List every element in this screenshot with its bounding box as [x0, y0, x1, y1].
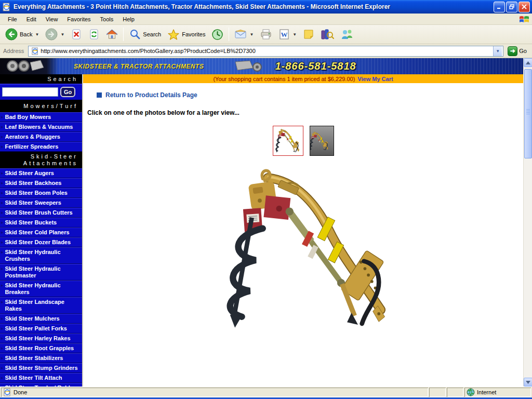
history-button[interactable]	[208, 26, 227, 43]
sidebar-search-input[interactable]	[2, 87, 58, 97]
sidebar-item[interactable]: ▸ Skid Steer Pallet Forks	[0, 324, 82, 334]
minimize-button[interactable]	[494, 2, 505, 12]
back-dropdown-icon[interactable]: ▼	[35, 32, 39, 37]
sidebar-item[interactable]: ▸ Skid Steer Landscape Rakes	[0, 297, 82, 314]
sidebar-item[interactable]: ▸ Skid Steer Cold Planers	[0, 228, 82, 237]
scrollbar-track[interactable]	[524, 67, 532, 378]
cart-message: (Your shopping cart contains 1 item pric…	[213, 76, 355, 82]
sidebar-item[interactable]: ▸ Skid Steer Tracks / Rubber Replacement…	[0, 383, 82, 387]
menu-item[interactable]: Favorites	[62, 15, 95, 24]
research-button[interactable]	[317, 26, 337, 42]
photo-thumbnail-2[interactable]	[310, 126, 334, 156]
address-box[interactable]: ▼	[28, 46, 503, 57]
go-arrow-icon: ➜	[508, 46, 517, 56]
browser-viewport: SKIDSTEER & TRACTOR ATTACHMENTS 1-866-58…	[0, 58, 532, 387]
sidebar-item[interactable]: ▸ Skid Steer Stump Grinders	[0, 363, 82, 373]
search-label: Search	[143, 31, 161, 37]
address-input[interactable]	[41, 48, 493, 54]
forward-dropdown-icon[interactable]: ▼	[60, 32, 64, 37]
sidebar-item[interactable]: ▸ Skid Steer Root Grapples	[0, 343, 82, 353]
ie-page-icon	[31, 47, 39, 55]
sidebar-skidsteer-header: Skid-Steer Attachments	[0, 152, 82, 168]
menu-item[interactable]: Help	[118, 15, 139, 24]
sidebar-item[interactable]: ▸ Skid Steer Stabilizers	[0, 353, 82, 363]
svg-text:W: W	[281, 31, 288, 38]
title-bar: Everything Attachments - 3 Point Hitch A…	[0, 0, 532, 14]
bullet-arrow-icon: ▸	[1, 345, 4, 352]
scrollbar-grip	[526, 109, 530, 114]
favorites-icon	[167, 29, 180, 41]
sidebar-item[interactable]: ▸ Skid Steer Dozer Blades	[0, 237, 82, 247]
bullet-arrow-icon: ▸	[1, 180, 4, 187]
sidebar-item[interactable]: ▸ Skid Steer Hydraulic Crushers	[0, 247, 82, 264]
mail-button[interactable]: ▼	[231, 27, 257, 42]
view-cart-link[interactable]: View My Cart	[357, 76, 393, 82]
bullet-arrow-icon: ▸	[1, 325, 4, 332]
menu-item[interactable]: Edit	[22, 15, 41, 24]
sidebar-item[interactable]: ▸ Skid Steer Sweepers	[0, 198, 82, 208]
back-icon	[5, 28, 18, 41]
scroll-down-button[interactable]	[524, 378, 532, 387]
sidebar-item[interactable]: ▸ Skid Steer Buckets	[0, 218, 82, 228]
phone-number: 1-866-581-5818	[275, 60, 356, 72]
forward-button[interactable]: ▼	[42, 26, 68, 43]
edit-word-button[interactable]: W ▼	[275, 26, 300, 42]
bullet-arrow-icon: ▸	[1, 200, 4, 206]
menu-item[interactable]: View	[41, 15, 63, 24]
sidebar-item[interactable]: ▸ Skid Steer Boom Poles	[0, 188, 82, 198]
stop-button[interactable]	[68, 26, 85, 42]
menu-item[interactable]: Tools	[96, 15, 118, 24]
address-dropdown-icon[interactable]: ▼	[493, 46, 502, 56]
done-page-icon	[3, 388, 11, 396]
close-button[interactable]	[518, 2, 530, 12]
sidebar-item[interactable]: ▸ Skid Steer Hydraulic Postmaster	[0, 264, 82, 281]
messenger-button[interactable]	[337, 26, 357, 42]
return-to-details-link[interactable]: Return to Product Details Page	[105, 91, 197, 99]
sidebar-item[interactable]: ▸ Leaf Blowers & Vacuums	[0, 122, 82, 132]
refresh-button[interactable]	[85, 26, 103, 42]
site-header-banner: SKIDSTEER & TRACTOR ATTACHMENTS 1-866-58…	[0, 58, 523, 74]
menu-item[interactable]: File	[3, 15, 22, 24]
product-photo	[83, 163, 523, 330]
home-button[interactable]	[103, 26, 121, 42]
sidebar-item[interactable]: ▸ Skid Steer Hydraulic Breakers	[0, 281, 82, 297]
scroll-up-button[interactable]	[524, 58, 532, 67]
edit-dropdown-icon[interactable]: ▼	[292, 32, 297, 37]
bullet-arrow-icon: ▸	[1, 190, 4, 196]
security-zone-label: Internet	[477, 389, 496, 395]
sidebar-item[interactable]: ▸ Bad Boy Mowers	[0, 112, 82, 122]
restore-button[interactable]	[506, 2, 517, 12]
bullet-arrow-icon: ▸	[1, 282, 4, 289]
sidebar-item[interactable]: ▸ Skid Steer Augers	[0, 168, 82, 178]
sidebar-item[interactable]: ▸ Skid Steer Brush Cutters	[0, 208, 82, 218]
search-button[interactable]: Search	[126, 26, 164, 43]
stop-icon	[71, 29, 82, 40]
bullet-arrow-icon: ▸	[1, 124, 4, 130]
bullet-arrow-icon: ▸	[1, 375, 4, 381]
photo-thumbnail-1[interactable]	[273, 126, 303, 156]
mail-dropdown-icon[interactable]: ▼	[249, 32, 254, 37]
main-content: (Your shopping cart contains 1 item pric…	[83, 74, 523, 387]
print-button[interactable]	[257, 26, 275, 42]
bullet-arrow-icon: ▸	[1, 335, 4, 342]
sidebar-go-button[interactable]: Go	[60, 87, 75, 97]
back-button[interactable]: Back ▼	[2, 26, 42, 43]
go-button[interactable]: ➜ Go	[506, 45, 530, 57]
discuss-button[interactable]	[300, 26, 317, 42]
sidebar-item[interactable]: ▸ Skid Steer Mulchers	[0, 314, 82, 324]
bullet-arrow-icon: ▸	[1, 239, 4, 246]
scrollbar-thumb[interactable]	[524, 69, 532, 158]
bullet-arrow-icon: ▸	[1, 209, 4, 216]
vertical-scrollbar[interactable]	[523, 58, 532, 387]
sidebar-item[interactable]: ▸ Aerators & Pluggers	[0, 132, 82, 142]
note-icon	[303, 29, 314, 40]
favorites-button[interactable]: Favorites	[164, 26, 208, 43]
sidebar-item[interactable]: ▸ Skid Steer Backhoes	[0, 178, 82, 188]
bullet-arrow-icon: ▸	[1, 355, 4, 362]
favorites-label: Favorites	[182, 31, 205, 37]
sidebar-item[interactable]: ▸ Skid Steer Tilt Attach	[0, 373, 82, 383]
sidebar-item[interactable]: ▸ Fertilizer Spreaders	[0, 142, 82, 152]
bullet-arrow-icon: ▸	[1, 315, 4, 322]
sidebar-item[interactable]: ▸ Skid Steer Harley Rakes	[0, 334, 82, 343]
status-bar: Done Internet	[0, 387, 532, 397]
